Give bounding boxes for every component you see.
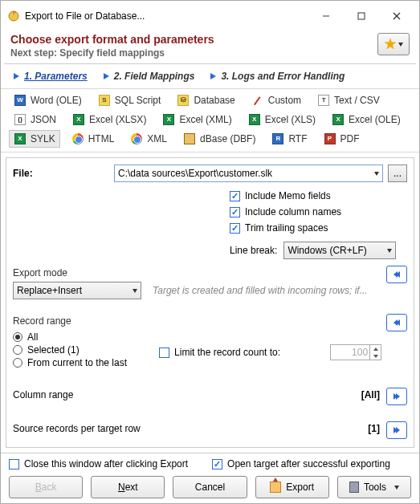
fmt-word-ole[interactable]: WWord (OLE) (9, 91, 87, 109)
sql-icon: S (98, 94, 111, 107)
radio-icon (13, 358, 22, 368)
custom-icon (251, 94, 264, 107)
checkbox-icon (212, 459, 222, 469)
rtf-icon: R (271, 132, 284, 145)
column-range-label: Column range (13, 389, 73, 400)
radio-from-current[interactable]: From current to the last (13, 357, 127, 368)
chk-limit-count[interactable]: Limit the record count to: (159, 347, 280, 358)
dbase-icon (183, 132, 196, 145)
radio-icon (13, 345, 22, 355)
options-column: Include Memo fields Include column names… (230, 190, 407, 234)
app-icon (7, 10, 20, 22)
chrome-icon (71, 132, 84, 145)
fmt-sylk[interactable]: XSYLK (9, 130, 60, 148)
page-subtitle: Next step: Specify field mappings (10, 47, 377, 59)
title-bar: Export to File or Database... (1, 1, 419, 30)
fmt-text-csv[interactable]: TText / CSV (312, 91, 385, 109)
excel-icon: X (72, 113, 85, 126)
fmt-xml[interactable]: XML (125, 130, 172, 148)
radio-icon (13, 332, 22, 342)
expand-button[interactable] (386, 421, 407, 439)
close-button[interactable] (379, 6, 414, 26)
file-row: File: C:\data sources\Export\customer.sl… (13, 165, 407, 182)
minimize-button[interactable] (308, 6, 344, 26)
cancel-button[interactable]: Cancel (173, 476, 247, 498)
linebreak-row: Line break: Windows (CR+LF) (230, 242, 407, 259)
linebreak-select[interactable]: Windows (CR+LF) (283, 242, 396, 259)
export-mode-select[interactable]: Replace+Insert (13, 282, 141, 299)
radio-all[interactable]: All (13, 331, 127, 343)
fmt-excel-xlsx[interactable]: XExcel (XLSX) (67, 111, 151, 128)
favorites-button[interactable] (377, 33, 410, 55)
expand-button[interactable] (386, 388, 407, 405)
wizard-steps: 1. Parameters 2. Field Mappings 3. Logs … (1, 64, 419, 89)
json-icon: {} (14, 113, 27, 126)
export-mode-group: Export mode Replace+Insert Target is cre… (13, 267, 407, 299)
chk-open-target-after[interactable]: Open target after successful exporting (212, 458, 390, 469)
radio-selected[interactable]: Selected (1) (13, 344, 127, 356)
excel-icon: X (162, 113, 175, 126)
parameters-panel: File: C:\data sources\Export\customer.sl… (6, 157, 414, 448)
record-range-group: Record range All Selected (1) From curre… (13, 315, 407, 370)
chevron-down-icon (398, 43, 403, 47)
file-path-input[interactable]: C:\data sources\Export\customer.slk (114, 165, 383, 182)
export-mode-label: Export mode (13, 267, 407, 278)
svg-rect-2 (358, 13, 365, 19)
step-field-mappings[interactable]: 2. Field Mappings (96, 67, 203, 85)
export-mode-hint: Target is created and filled with incomi… (153, 285, 368, 296)
collapse-button[interactable] (386, 266, 407, 283)
toolbox-icon (349, 482, 359, 493)
fmt-json[interactable]: {}JSON (9, 111, 61, 128)
fmt-database[interactable]: ⛁Database (172, 91, 239, 109)
column-range-value: [All] (361, 389, 380, 400)
checkbox-icon (230, 191, 240, 201)
chevron-down-icon (387, 249, 392, 253)
step-parameters[interactable]: 1. Parameters (6, 67, 96, 85)
checkbox-icon (230, 207, 240, 217)
fmt-html[interactable]: HTML (67, 130, 120, 148)
arrow-right-icon (104, 73, 109, 79)
export-icon (270, 482, 281, 493)
fmt-sql-script[interactable]: SSQL Script (93, 91, 166, 109)
chk-trim-spaces[interactable]: Trim trailing spaces (230, 222, 407, 234)
format-grid: WWord (OLE) SSQL Script ⛁Database Custom… (1, 89, 419, 152)
fmt-excel-xls[interactable]: XExcel (XLS) (243, 111, 320, 128)
src-per-row-label: Source records per target row (13, 423, 141, 434)
pdf-icon: P (324, 132, 336, 145)
collapse-button[interactable] (386, 314, 407, 331)
chk-close-after-export[interactable]: Close this window after clicking Export (9, 458, 188, 469)
record-range-label: Record range (13, 315, 407, 327)
src-per-row: Source records per target row [1] (13, 420, 407, 437)
fmt-custom[interactable]: Custom (247, 91, 306, 109)
linebreak-label: Line break: (230, 245, 277, 256)
chrome-icon (130, 132, 143, 145)
star-icon (384, 38, 397, 51)
column-range-row: Column range [All] (13, 386, 407, 404)
limit-count-spinner[interactable] (370, 344, 381, 360)
fmt-pdf[interactable]: PPDF (319, 130, 365, 148)
fmt-rtf[interactable]: RRTF (267, 130, 312, 148)
next-button[interactable]: Next (91, 476, 165, 498)
export-button[interactable]: Export (255, 476, 329, 498)
limit-count-input[interactable]: 100 (330, 344, 370, 360)
excel-icon: X (14, 132, 27, 145)
fmt-dbase-dbf[interactable]: dBase (DBF) (178, 130, 260, 148)
database-icon: ⛁ (177, 94, 190, 107)
step-logs[interactable]: 3. Logs and Error Handling (202, 67, 353, 85)
checkbox-icon (159, 348, 169, 358)
csv-icon: T (317, 94, 330, 107)
window-title: Export to File or Database... (25, 10, 308, 22)
chk-include-memo[interactable]: Include Memo fields (230, 190, 407, 201)
file-label: File: (13, 168, 109, 179)
word-icon: W (14, 94, 27, 107)
back-button[interactable]: Back (9, 476, 83, 498)
chk-include-col-names[interactable]: Include column names (230, 206, 407, 217)
fmt-excel-xml[interactable]: XExcel (XML) (157, 111, 236, 128)
chevron-down-icon (394, 486, 399, 490)
checkbox-icon (9, 459, 19, 469)
maximize-button[interactable] (344, 6, 379, 26)
fmt-excel-ole[interactable]: XExcel (OLE) (327, 111, 406, 128)
tools-button[interactable]: Tools (337, 476, 411, 498)
page-title: Choose export format and parameters (10, 33, 377, 46)
browse-button[interactable]: ... (388, 165, 407, 182)
